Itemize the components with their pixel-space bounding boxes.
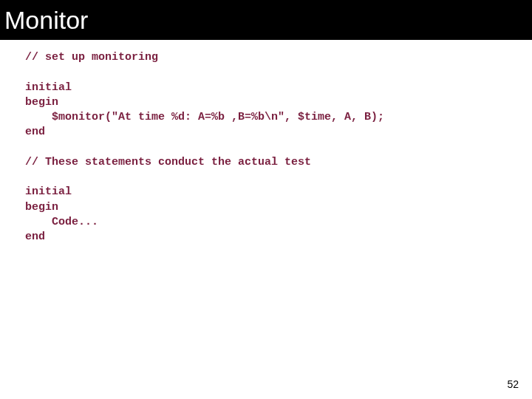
code-line: begin: [25, 201, 58, 214]
code-line: $monitor("At time %d: A=%b ,B=%b\n", $ti…: [25, 111, 384, 123]
code-line: initial: [25, 81, 72, 94]
code-line: // set up monitoring: [25, 51, 158, 64]
code-line: end: [25, 231, 45, 243]
code-block: // set up monitoring initial begin $moni…: [0, 40, 532, 245]
code-line: // These statements conduct the actual t…: [25, 156, 311, 168]
title-bar: Monitor: [0, 0, 532, 40]
code-line: end: [25, 126, 45, 138]
code-line: begin: [25, 96, 58, 109]
code-line: Code...: [25, 216, 98, 228]
page-number: 52: [507, 378, 519, 390]
page-title: Monitor: [4, 6, 88, 35]
code-line: initial: [25, 185, 72, 198]
